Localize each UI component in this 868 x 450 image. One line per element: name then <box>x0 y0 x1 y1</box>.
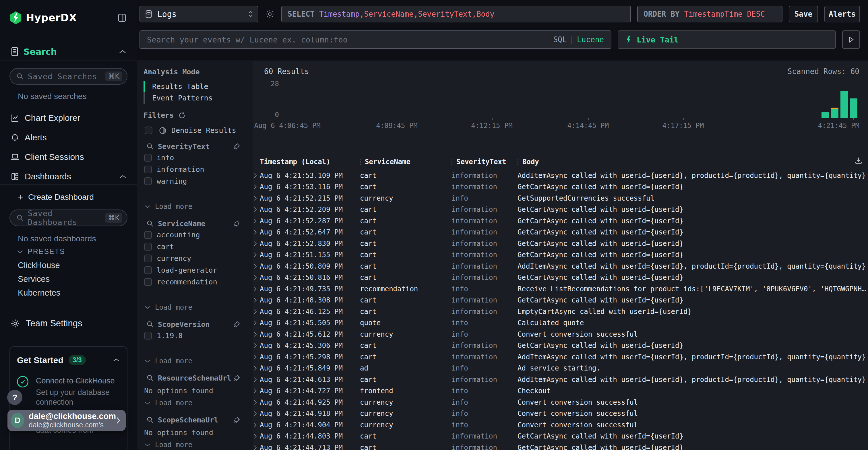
profile-popover[interactable]: D dale@clickhouse.com dale@clickhouse.co… <box>7 410 126 431</box>
source-settings-gear-icon[interactable] <box>265 9 275 19</box>
checkbox[interactable] <box>144 266 152 274</box>
table-row[interactable]: Aug 6 4:21:45.849 PM ad info Ad service … <box>253 363 868 374</box>
row-expand-chevron-icon[interactable] <box>253 429 260 450</box>
filter-option[interactable]: cart <box>144 241 245 253</box>
checkbox[interactable] <box>144 231 152 239</box>
pin-icon[interactable] <box>233 416 241 424</box>
run-query-button[interactable] <box>842 30 860 49</box>
presets-toggle[interactable]: PRESETS <box>17 247 65 256</box>
save-button[interactable]: Save <box>789 6 818 22</box>
checkbox[interactable] <box>144 243 152 251</box>
checkbox[interactable] <box>144 154 152 162</box>
table-row[interactable]: Aug 6 4:21:45.306 PM cart information Ge… <box>253 340 868 352</box>
checkbox[interactable] <box>144 166 152 173</box>
filter-option[interactable]: accounting <box>144 229 245 241</box>
checkbox[interactable] <box>144 278 152 286</box>
filter-option[interactable]: 1.19.0 <box>144 330 245 342</box>
table-row[interactable]: Aug 6 4:21:51.155 PM cart information Ge… <box>253 249 868 261</box>
alerts-button[interactable]: Alerts <box>825 6 860 22</box>
search-icon[interactable] <box>146 321 154 328</box>
table-row[interactable]: Aug 6 4:21:45.505 PM quote info Calculat… <box>253 317 868 329</box>
table-row[interactable]: Aug 6 4:21:50.816 PM cart information Ge… <box>253 272 868 284</box>
table-row[interactable]: Aug 6 4:21:52.287 PM cart information Ge… <box>253 215 868 227</box>
search-icon[interactable] <box>146 374 154 382</box>
table-row[interactable]: Aug 6 4:21:45.298 PM cart information Ad… <box>253 351 868 363</box>
checkbox[interactable] <box>144 332 152 340</box>
checkbox[interactable] <box>144 178 152 185</box>
analysis-mode-results-table[interactable]: Results Table <box>140 81 245 92</box>
preset-item-services[interactable]: Services <box>18 275 50 284</box>
column-header-severitytext[interactable]: SeverityText <box>452 158 518 166</box>
filter-option[interactable]: info <box>144 152 245 164</box>
preset-item-clickhouse[interactable]: ClickHouse <box>18 261 60 270</box>
sidebar-item-alerts[interactable]: Alerts <box>0 129 137 146</box>
table-row[interactable]: Aug 6 4:21:44.918 PM currency info Conve… <box>253 408 868 420</box>
table-row[interactable]: Aug 6 4:21:44.613 PM cart information Ad… <box>253 374 868 385</box>
chevron-up-icon[interactable] <box>113 358 120 362</box>
sidebar-section-search[interactable]: Search <box>0 44 137 60</box>
column-separator[interactable] <box>452 159 453 165</box>
load-more-button[interactable]: Load more <box>144 355 245 367</box>
sidebar-item-client-sessions[interactable]: Client Sessions <box>0 149 137 165</box>
sql-mode-option[interactable]: SQL <box>553 35 567 44</box>
table-row[interactable]: Aug 6 4:21:44.904 PM currency info Conve… <box>253 419 868 431</box>
saved-dashboards-input[interactable]: Saved Dashboards ⌘K <box>9 210 127 226</box>
live-tail-button[interactable]: Live Tail <box>618 30 836 49</box>
table-row[interactable]: Aug 6 4:21:52.647 PM cart information Ge… <box>253 227 868 238</box>
denoise-results-toggle[interactable]: Denoise Results <box>145 126 245 135</box>
column-header-servicename[interactable]: ServiceName <box>360 158 452 166</box>
table-row[interactable]: Aug 6 4:21:53.116 PM cart information Ge… <box>253 181 868 193</box>
event-search-input[interactable]: Search your events w/ Lucene ex. column:… <box>140 30 611 49</box>
table-row[interactable]: Aug 6 4:21:44.713 PM cart information Ge… <box>253 442 868 450</box>
analysis-mode-event-patterns[interactable]: Event Patterns <box>140 92 245 104</box>
query-language-toggle[interactable]: SQL|Lucene <box>553 35 604 44</box>
column-header-body[interactable]: Body <box>518 158 868 166</box>
select-columns-input[interactable]: SELECT Timestamp,ServiceName,SeverityTex… <box>281 6 631 22</box>
load-more-button[interactable]: Load more <box>144 439 245 450</box>
table-row[interactable]: Aug 6 4:21:48.308 PM cart information Ge… <box>253 295 868 306</box>
pin-icon[interactable] <box>233 321 241 328</box>
pin-icon[interactable] <box>233 374 241 382</box>
column-separator[interactable] <box>360 159 361 165</box>
sidebar-collapse-icon[interactable] <box>117 12 127 23</box>
preset-item-kubernetes[interactable]: Kubernetes <box>18 288 60 298</box>
chevron-up-icon[interactable] <box>119 174 127 179</box>
sidebar-item-dashboards[interactable]: Dashboards <box>0 168 137 185</box>
table-row[interactable]: Aug 6 4:21:44.925 PM currency info Conve… <box>253 397 868 408</box>
sidebar-item-chart-explorer[interactable]: Chart Explorer <box>0 109 137 126</box>
source-select[interactable]: Logs <box>140 6 258 22</box>
pin-icon[interactable] <box>233 142 241 150</box>
search-icon[interactable] <box>146 416 154 424</box>
table-row[interactable]: Aug 6 4:21:50.809 PM cart information Ad… <box>253 261 868 272</box>
table-row[interactable]: Aug 6 4:21:52.830 PM cart information Ge… <box>253 238 868 249</box>
refresh-icon[interactable] <box>178 111 186 119</box>
download-icon[interactable] <box>854 156 863 165</box>
filter-option[interactable]: recommendation <box>144 276 245 288</box>
chevron-up-icon[interactable] <box>119 50 127 54</box>
get-started-step[interactable]: Connect to ClickHouse Set up your databa… <box>17 376 120 407</box>
column-separator[interactable] <box>518 159 518 165</box>
load-more-button[interactable]: Load more <box>144 201 245 213</box>
search-icon[interactable] <box>146 220 154 227</box>
create-dashboard-button[interactable]: Create Dashboard <box>0 190 137 204</box>
chart-plot[interactable]: Aug 6 4:06:45 PM4:09:45 PM4:12:15 PM4:14… <box>283 87 859 118</box>
table-row[interactable]: Aug 6 4:21:53.109 PM cart information Ad… <box>253 170 868 181</box>
load-more-button[interactable]: Load more <box>144 301 245 313</box>
table-row[interactable]: Aug 6 4:21:52.215 PM currency info GetSu… <box>253 193 868 204</box>
filter-option[interactable]: currency <box>144 253 245 264</box>
saved-searches-input[interactable]: Saved Searches ⌘K <box>9 68 127 85</box>
pin-icon[interactable] <box>233 220 241 227</box>
load-more-button[interactable]: Load more <box>144 397 245 409</box>
filter-option[interactable]: information <box>144 164 245 175</box>
table-row[interactable]: Aug 6 4:21:46.125 PM cart information Em… <box>253 306 868 317</box>
table-row[interactable]: Aug 6 4:21:49.735 PM recommendation info… <box>253 283 868 295</box>
order-by-input[interactable]: ORDER BY TimestampTime DESC <box>637 6 782 22</box>
help-button[interactable]: ? <box>7 390 22 405</box>
column-header-timestamp[interactable]: Timestamp (Local) <box>260 158 360 166</box>
table-row[interactable]: Aug 6 4:21:44.803 PM cart information Ge… <box>253 431 868 442</box>
checkbox[interactable] <box>145 127 152 134</box>
checkbox[interactable] <box>144 255 152 262</box>
filter-option[interactable]: load-generator <box>144 264 245 276</box>
search-icon[interactable] <box>146 142 154 150</box>
team-settings-button[interactable]: Team Settings <box>0 315 137 332</box>
